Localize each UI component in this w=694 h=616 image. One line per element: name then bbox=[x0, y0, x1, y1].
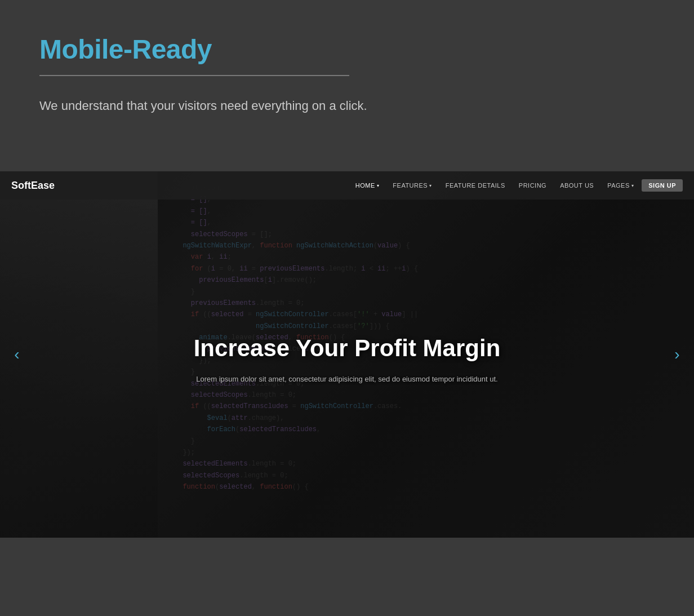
hero-section: attr.on, = [], = [], = [], selectedScope… bbox=[0, 171, 694, 538]
nav-item-about-us[interactable]: ABOUT US bbox=[554, 179, 599, 192]
page-title: Mobile-Ready bbox=[39, 34, 655, 65]
title-divider bbox=[39, 75, 349, 76]
chevron-down-icon: ▾ bbox=[631, 183, 634, 188]
nav-label-pages: PAGES bbox=[607, 182, 630, 189]
hero-subtitle: Lorem ipsum dolor sit amet, consectetur … bbox=[104, 374, 590, 385]
nav-label-features: FEATURES bbox=[393, 182, 428, 189]
hero-title: Increase Your Profit Margin bbox=[104, 334, 590, 362]
navbar-nav: HOME ▾ FEATURES ▾ FEATURE DETAILS PRICIN… bbox=[77, 179, 683, 192]
nav-label-feature-details: FEATURE DETAILS bbox=[446, 182, 505, 189]
slider-prev-button[interactable]: ‹ bbox=[6, 338, 28, 371]
nav-item-pages[interactable]: PAGES ▾ bbox=[602, 179, 639, 192]
nav-label-about-us: ABOUT US bbox=[560, 182, 594, 189]
nav-item-home[interactable]: HOME ▾ bbox=[350, 179, 385, 192]
hero-content: Increase Your Profit Margin Lorem ipsum … bbox=[104, 334, 590, 385]
nav-item-feature-details[interactable]: FEATURE DETAILS bbox=[440, 179, 511, 192]
navbar: SoftEase HOME ▾ FEATURES ▾ FEATURE DETAI… bbox=[0, 171, 694, 200]
top-section: Mobile-Ready We understand that your vis… bbox=[0, 0, 694, 138]
chevron-left-icon: ‹ bbox=[14, 345, 19, 364]
slider-next-button[interactable]: › bbox=[666, 338, 688, 371]
nav-signup-button[interactable]: SIGN UP bbox=[642, 179, 683, 192]
chevron-down-icon: ▾ bbox=[377, 183, 380, 188]
nav-item-features[interactable]: FEATURES ▾ bbox=[387, 179, 437, 192]
nav-label-pricing: PRICING bbox=[519, 182, 546, 189]
nav-label-home: HOME bbox=[355, 182, 375, 189]
nav-item-pricing[interactable]: PRICING bbox=[513, 179, 552, 192]
chevron-down-icon: ▾ bbox=[429, 183, 432, 188]
chevron-right-icon: › bbox=[674, 345, 679, 364]
page-subtitle: We understand that your visitors need ev… bbox=[39, 96, 655, 115]
navbar-brand[interactable]: SoftEase bbox=[11, 180, 55, 192]
